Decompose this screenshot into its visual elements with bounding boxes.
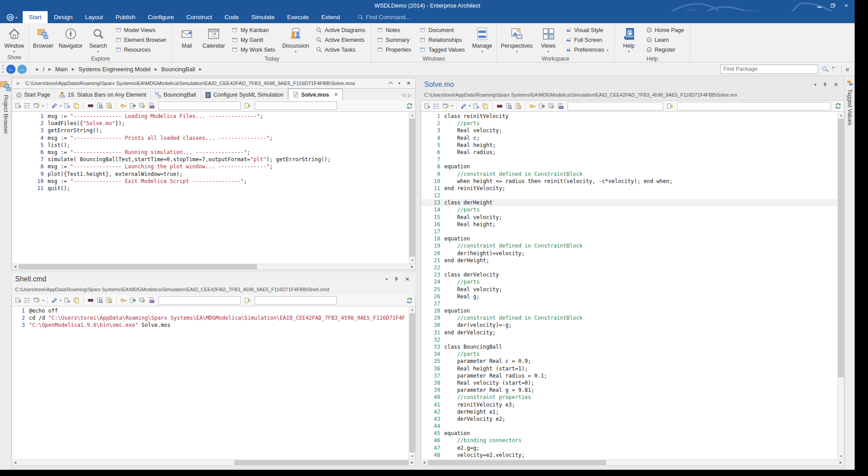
breadcrumb-item[interactable]: Main	[55, 66, 68, 73]
ribbon-tab-layout[interactable]: Layout	[79, 11, 110, 23]
scroll-down-icon[interactable]: ▼	[409, 257, 416, 264]
ribbon-item-model-views[interactable]: Model Views	[114, 25, 169, 35]
sync-icon[interactable]	[405, 102, 414, 110]
editor-tab-configure-sysml-simulation[interactable]: Configure SysML Simulation	[201, 90, 288, 100]
ribbon-tab-code[interactable]: Code	[218, 11, 245, 23]
ribbon-item-learn[interactable]: Learn	[644, 35, 686, 45]
find-command-box[interactable]: Find Command...	[358, 11, 410, 23]
key-icon[interactable]	[528, 102, 537, 110]
insert-icon[interactable]	[14, 296, 22, 305]
ribbon-tab-publish[interactable]: Publish	[110, 11, 142, 23]
breadcrumb-item[interactable]: BouncingBall	[161, 66, 195, 73]
export-icon[interactable]	[556, 102, 565, 110]
display-options-icon[interactable]	[32, 296, 41, 305]
ribbon-item-active-diagrams[interactable]: Active Diagrams	[314, 25, 367, 35]
find-icon[interactable]	[86, 102, 95, 110]
ribbon-button-manage[interactable]: Manage▾	[470, 24, 495, 56]
line-numbers-icon[interactable]	[23, 102, 32, 110]
solve-mos-code-area[interactable]: 1msg := "--------------- Loading Modelic…	[12, 112, 416, 264]
scrollbar-thumb[interactable]	[838, 119, 844, 377]
scroll-up-icon[interactable]: ▲	[838, 112, 844, 118]
ribbon-item-relationships[interactable]: Relationships	[418, 35, 467, 45]
scrollbar-thumb[interactable]	[410, 313, 415, 452]
scroll-left-icon[interactable]: ◀	[12, 264, 18, 269]
line-numbers-icon[interactable]	[432, 102, 441, 110]
menu-icon[interactable]: ≡	[845, 65, 849, 73]
panel-splitter[interactable]	[416, 76, 421, 470]
scroll-up-icon[interactable]: ▲	[409, 306, 416, 313]
grid-edit-icon[interactable]	[138, 102, 146, 110]
collapse-icon[interactable]	[389, 82, 393, 86]
ribbon-item-my-gantt[interactable]: My Gantt	[230, 35, 277, 45]
export-icon[interactable]	[147, 296, 156, 305]
toolbar-search-input[interactable]	[568, 102, 663, 110]
pin-icon[interactable]	[822, 82, 828, 88]
find-icon[interactable]	[495, 102, 504, 110]
ribbon-item-full-screen[interactable]: Full Screen	[564, 35, 611, 45]
insert-icon[interactable]	[14, 102, 22, 110]
ribbon-item-active-tasks[interactable]: Active Tasks	[314, 45, 367, 54]
ribbon-tab-simulate[interactable]: Simulate	[245, 11, 281, 23]
ribbon-item-resources[interactable]: Resources	[114, 45, 169, 54]
goto-icon[interactable]	[129, 296, 137, 305]
forward-button[interactable]: →	[17, 65, 27, 74]
scroll-down-icon[interactable]: ▼	[838, 453, 844, 460]
copy-icon[interactable]	[481, 102, 490, 110]
minimize-button[interactable]	[813, 0, 826, 11]
horizontal-scrollbar[interactable]: ◀ ▶	[421, 460, 844, 466]
ribbon-button-help[interactable]: Help▾	[617, 24, 641, 56]
ribbon-item-document[interactable]: Document	[418, 25, 467, 35]
scroll-right-icon[interactable]: ▶	[838, 460, 844, 465]
ribbon-item-preferences[interactable]: Preferences▾	[564, 45, 611, 54]
scroll-right-icon[interactable]: ▶	[409, 460, 415, 465]
chevrons-icon[interactable]: »	[12, 80, 24, 86]
ribbon-item-tagged-values[interactable]: Tagged Values	[418, 45, 467, 54]
ribbon-button-browser[interactable]: Browser	[31, 24, 56, 56]
solve-mo-code-area[interactable]: 1class reinitVelocity2 //parts3 Real vel…	[421, 112, 844, 460]
toolbar-filter-input[interactable]	[255, 296, 337, 305]
project-browser-tab[interactable]: Project Browser	[0, 76, 11, 134]
ribbon-button-navigator[interactable]: Navigator	[57, 24, 85, 56]
close-document-icon[interactable]: ✕	[406, 80, 411, 86]
ribbon-item-properties[interactable]: Properties	[375, 45, 413, 54]
scrollbar-thumb[interactable]	[235, 460, 409, 465]
vertical-scrollbar[interactable]: ▲ ▼	[409, 112, 415, 264]
ribbon-item-home-page[interactable]: Home Page	[644, 25, 686, 35]
ribbon-button-perspectives[interactable]: Perspectives▾	[499, 24, 535, 56]
scroll-right-icon[interactable]: ▶	[409, 264, 415, 269]
scroll-down-icon[interactable]: ▼	[409, 453, 416, 460]
scroll-up-icon[interactable]: ▲	[409, 112, 416, 118]
sync-icon[interactable]	[405, 296, 414, 305]
ribbon-item-element-browser[interactable]: Element Browser	[114, 35, 169, 45]
editor-tab-bouncingball[interactable]: BouncingBall	[151, 90, 201, 100]
ribbon-tab-start[interactable]: Start	[23, 11, 48, 23]
close-panel-icon[interactable]: ✕	[834, 81, 838, 88]
search-results-icon[interactable]	[105, 296, 114, 305]
toolbar-search-input[interactable]	[158, 296, 241, 305]
scrollbar-thumb[interactable]	[410, 119, 415, 256]
copy-icon[interactable]	[72, 102, 81, 110]
line-numbers-icon[interactable]	[23, 296, 32, 305]
toolbar-filter-input[interactable]	[255, 102, 337, 110]
dropdown-icon[interactable]: ▾	[814, 82, 816, 87]
grid-edit-icon[interactable]	[138, 296, 146, 305]
scrollbar-thumb[interactable]	[428, 460, 606, 465]
ribbon-button-discussion[interactable]: Discussion▾	[280, 24, 311, 56]
vertical-scrollbar[interactable]: ▲ ▼	[409, 306, 415, 460]
goto-icon[interactable]	[129, 102, 137, 110]
copy-next-icon[interactable]	[63, 102, 71, 110]
edit-icon[interactable]	[50, 296, 59, 305]
ribbon-button-mail[interactable]: Mail	[174, 24, 199, 56]
copy-icon[interactable]	[72, 296, 81, 305]
sync-icon[interactable]	[834, 102, 842, 110]
edit-icon[interactable]	[50, 102, 59, 110]
app-menu-button[interactable]: ▾	[0, 11, 23, 23]
edit-icon[interactable]	[459, 102, 468, 110]
display-options-icon[interactable]	[442, 102, 450, 110]
key-icon[interactable]	[119, 296, 128, 305]
ribbon-button-search[interactable]: Search▾	[86, 24, 111, 56]
ribbon-button-calendar[interactable]: Calendar	[200, 24, 227, 56]
search-document-icon[interactable]	[505, 102, 513, 110]
copy-next-icon[interactable]	[472, 102, 480, 110]
filter-icon[interactable]	[831, 66, 838, 72]
